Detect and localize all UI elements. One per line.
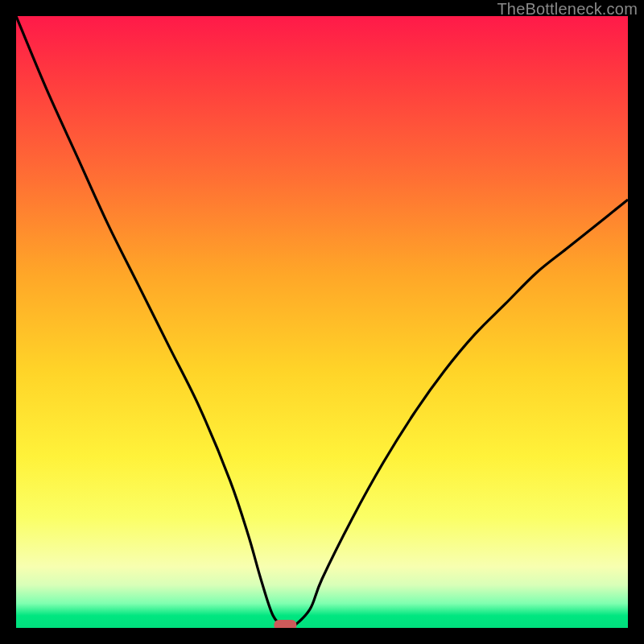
- watermark-text: TheBottleneck.com: [497, 0, 638, 19]
- chart-svg: [16, 16, 628, 628]
- plot-area: [16, 16, 628, 628]
- chart-frame: TheBottleneck.com: [0, 0, 644, 644]
- optimum-marker: [274, 620, 296, 628]
- bottleneck-curve: [16, 16, 628, 628]
